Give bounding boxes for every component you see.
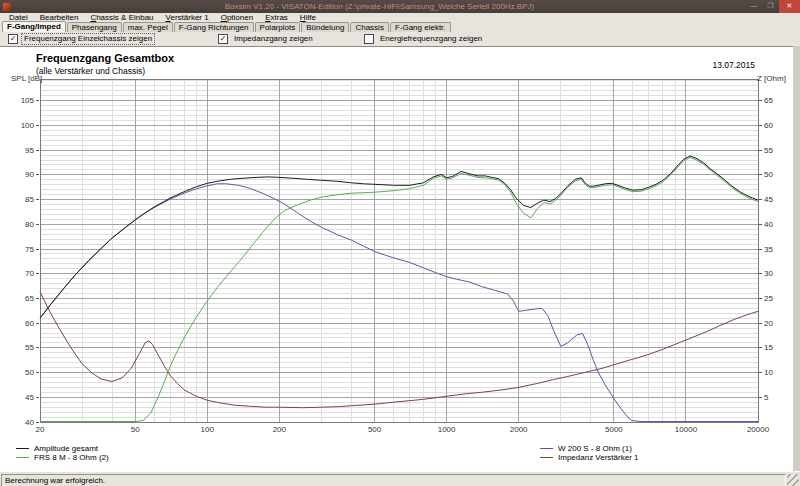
svg-text:1000: 1000: [438, 425, 456, 434]
svg-text:10000: 10000: [675, 425, 698, 434]
svg-text:90: 90: [25, 170, 34, 179]
legend-label: Amplitude gesamt: [34, 444, 98, 453]
tab-buendelung[interactable]: Bündelung: [301, 22, 349, 32]
tab-fgang-imped[interactable]: F-Gang/Imped: [2, 21, 66, 32]
svg-text:60: 60: [764, 121, 773, 130]
checkbox-frequenzgang-einzelchassis[interactable]: ✓ Frequenzgang Einzelchassis zeigen: [8, 34, 154, 44]
svg-text:100: 100: [201, 425, 215, 434]
right-gutter: [793, 46, 800, 486]
svg-text:105: 105: [21, 96, 35, 105]
chart-subtitle: (alle Verstärker und Chassis): [36, 66, 145, 76]
chart-panel: 4045505560657075808590951001055101520253…: [0, 46, 793, 472]
svg-text:95: 95: [25, 146, 34, 155]
svg-text:70: 70: [25, 269, 34, 278]
svg-text:45: 45: [764, 195, 773, 204]
chart-date: 13.07.2015: [712, 60, 755, 70]
svg-text:55: 55: [764, 146, 773, 155]
svg-text:200: 200: [273, 425, 287, 434]
svg-text:10: 10: [764, 368, 773, 377]
checkbox-box[interactable]: ✓: [8, 34, 18, 44]
tab-fgang-elektr[interactable]: F-Gang elektr.: [390, 22, 451, 32]
svg-text:80: 80: [25, 220, 34, 229]
menu-verstaerker-1[interactable]: Verstärker 1: [160, 13, 215, 22]
svg-text:20: 20: [764, 319, 773, 328]
menu-chassis-einbau[interactable]: Chassis & Einbau: [84, 13, 159, 22]
legend-left-column: Amplitude gesamt FRS 8 M - 8 Ohm (2): [16, 444, 109, 462]
menu-optionen[interactable]: Optionen: [215, 13, 259, 22]
y-axis-label-spl: SPL [dB]: [11, 74, 42, 83]
status-message: Berechnung war erfolgreich.: [1, 474, 786, 486]
window-title: Boxsim V1.20 - VISATON-Edition (Z:\priva…: [14, 0, 745, 13]
menu-extras[interactable]: Extras: [259, 13, 294, 22]
options-toolbar: ✓ Frequenzgang Einzelchassis zeigen ✓ Im…: [0, 32, 800, 47]
y-axis-label-impedance: Z [Ohm]: [757, 74, 786, 83]
svg-text:65: 65: [25, 294, 34, 303]
tab-fgang-richtungen[interactable]: F-Gang Richtungen: [174, 22, 254, 32]
legend-item-frs8m: FRS 8 M - 8 Ohm (2): [16, 453, 109, 462]
menu-bar: Datei Bearbeiten Chassis & Einbau Verstä…: [0, 13, 800, 22]
legend-swatch: [540, 448, 553, 449]
svg-text:15: 15: [764, 343, 773, 352]
checkbox-label: Frequenzgang Einzelchassis zeigen: [22, 34, 154, 44]
chart-title: Frequenzgang Gesamtbox: [36, 52, 174, 64]
title-bar: Boxsim V1.20 - VISATON-Edition (Z:\priva…: [0, 0, 800, 13]
resize-grip[interactable]: [787, 474, 799, 486]
svg-text:30: 30: [764, 269, 773, 278]
legend-swatch: [16, 448, 29, 449]
tab-bar: F-Gang/Imped Phasengang max. Pegel F-Gan…: [0, 22, 800, 32]
svg-text:50: 50: [25, 368, 34, 377]
checkbox-box[interactable]: ✓: [218, 34, 228, 44]
status-bar: Berechnung war erfolgreich.: [0, 471, 800, 486]
svg-text:100: 100: [21, 121, 35, 130]
menu-hilfe[interactable]: Hilfe: [294, 13, 322, 22]
legend-label: FRS 8 M - 8 Ohm (2): [34, 453, 109, 462]
legend-item-impedanz-verstaerker: Impedanz Verstärker 1: [540, 453, 638, 462]
legend-item-amplitude-gesamt: Amplitude gesamt: [16, 444, 109, 453]
svg-text:50: 50: [131, 425, 140, 434]
maximize-button[interactable]: ❐: [762, 0, 779, 13]
svg-text:50: 50: [764, 170, 773, 179]
checkbox-label: Impedanzgang zeigen: [232, 34, 315, 44]
app-icon: [3, 3, 11, 11]
svg-text:85: 85: [25, 195, 34, 204]
tab-polarplots[interactable]: Polarplots: [255, 22, 301, 32]
legend-swatch: [540, 457, 553, 458]
svg-text:40: 40: [764, 220, 773, 229]
checkbox-energiefrequenzgang[interactable]: Energiefrequenzgang zeigen: [364, 34, 484, 44]
minimize-button[interactable]: —: [745, 0, 762, 13]
svg-text:2000: 2000: [510, 425, 528, 434]
frequency-response-plot: 4045505560657075808590951001055101520253…: [0, 47, 793, 472]
legend-swatch: [16, 457, 29, 458]
tab-chassis[interactable]: Chassis: [350, 22, 388, 32]
svg-text:5000: 5000: [605, 425, 623, 434]
legend-label: W 200 S - 8 Ohm (1): [558, 444, 632, 453]
checkbox-impedanzgang[interactable]: ✓ Impedanzgang zeigen: [218, 34, 315, 44]
checkbox-box[interactable]: [364, 34, 374, 44]
svg-text:20000: 20000: [747, 425, 770, 434]
tab-phasengang[interactable]: Phasengang: [67, 22, 122, 32]
legend-item-w200s: W 200 S - 8 Ohm (1): [540, 444, 638, 453]
svg-text:20: 20: [36, 425, 45, 434]
legend-right-column: W 200 S - 8 Ohm (1) Impedanz Verstärker …: [540, 444, 638, 462]
svg-text:55: 55: [25, 343, 34, 352]
svg-text:35: 35: [764, 245, 773, 254]
close-button[interactable]: ✕: [779, 0, 800, 13]
svg-text:75: 75: [25, 245, 34, 254]
svg-text:40: 40: [25, 418, 34, 427]
tab-max-pegel[interactable]: max. Pegel: [123, 22, 173, 32]
svg-text:45: 45: [25, 393, 34, 402]
svg-text:60: 60: [25, 319, 34, 328]
svg-text:5: 5: [764, 393, 769, 402]
svg-text:65: 65: [764, 96, 773, 105]
checkbox-label: Energiefrequenzgang zeigen: [378, 34, 484, 44]
legend-label: Impedanz Verstärker 1: [558, 453, 638, 462]
svg-text:500: 500: [368, 425, 382, 434]
svg-text:25: 25: [764, 294, 773, 303]
